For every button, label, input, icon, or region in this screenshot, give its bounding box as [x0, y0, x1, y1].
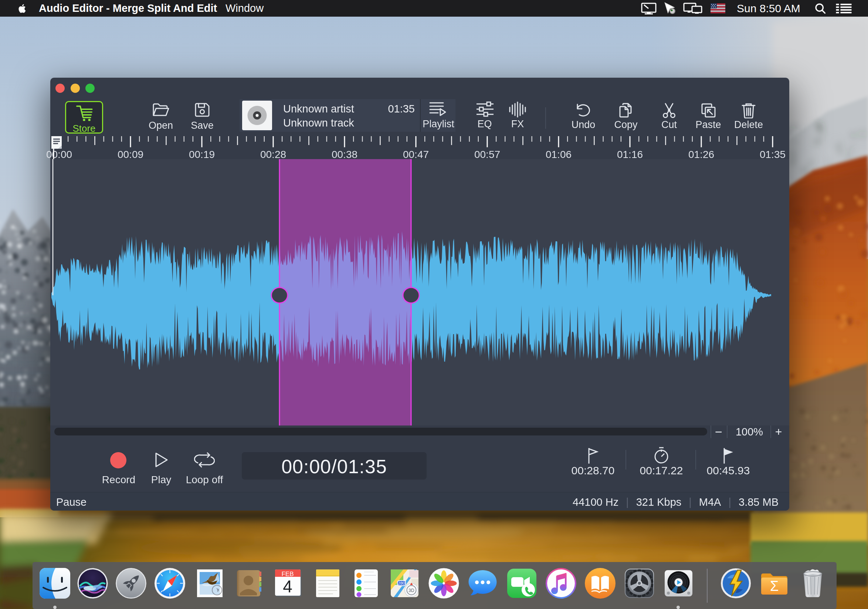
- svg-text:Σ: Σ: [770, 578, 779, 594]
- svg-text:3D: 3D: [409, 588, 414, 593]
- svg-text:4: 4: [283, 577, 292, 596]
- svg-text:280: 280: [398, 581, 405, 585]
